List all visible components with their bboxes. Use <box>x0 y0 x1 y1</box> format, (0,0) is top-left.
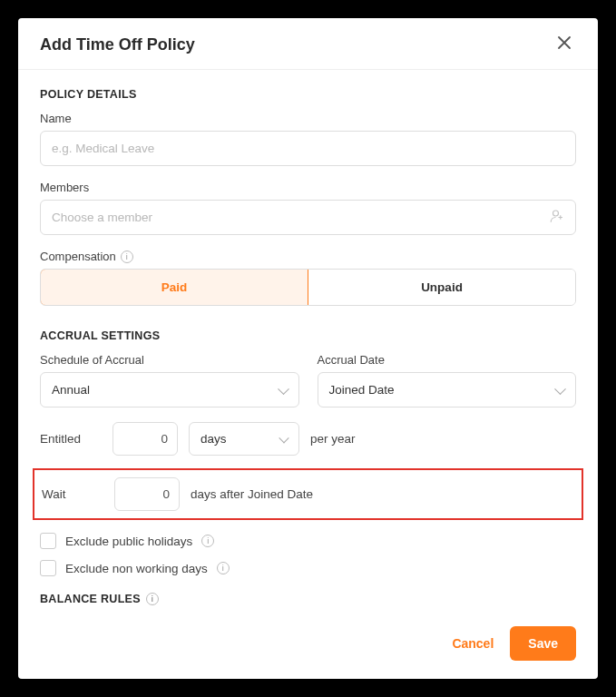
compensation-label: Compensation i <box>40 250 576 263</box>
entitled-unit-select[interactable]: days <box>189 422 299 456</box>
entitled-suffix: per year <box>310 432 356 446</box>
members-label: Members <box>40 181 576 194</box>
info-icon[interactable]: i <box>217 562 230 574</box>
modal-title: Add Time Off Policy <box>40 35 195 54</box>
unpaid-segment[interactable]: Unpaid <box>308 270 575 305</box>
schedule-select[interactable]: Annual <box>40 372 299 407</box>
accrual-row: Schedule of Accrual Annual Accrual Date … <box>40 353 576 407</box>
wait-highlight: Wait days after Joined Date <box>33 468 583 520</box>
members-field: Members <box>40 181 576 235</box>
info-icon[interactable]: i <box>146 593 159 605</box>
exclude-nonworking-label: Exclude non working days <box>65 562 208 575</box>
modal-body: POLICY DETAILS Name Members Compensation… <box>18 70 598 610</box>
accrual-date-label: Accrual Date <box>318 353 577 367</box>
compensation-toggle: Paid Unpaid <box>40 269 576 306</box>
entitled-input[interactable] <box>112 422 178 456</box>
policy-details-title: POLICY DETAILS <box>40 88 576 101</box>
add-time-off-modal: Add Time Off Policy POLICY DETAILS Name … <box>18 18 598 679</box>
exclude-nonworking-checkbox[interactable] <box>40 560 56 576</box>
modal-footer: Cancel Save <box>18 610 598 679</box>
exclude-nonworking-row: Exclude non working days i <box>40 560 576 576</box>
info-icon[interactable]: i <box>121 250 133 263</box>
exclude-holidays-label: Exclude public holidays <box>65 535 192 548</box>
entitled-row: Entitled days per year <box>40 422 576 456</box>
save-button[interactable]: Save <box>510 626 576 661</box>
schedule-label: Schedule of Accrual <box>40 353 299 367</box>
balance-rules-title: BALANCE RULES i <box>40 593 576 605</box>
entitled-label: Entitled <box>40 432 102 446</box>
close-icon[interactable] <box>552 34 576 54</box>
modal-header: Add Time Off Policy <box>18 18 598 70</box>
paid-segment[interactable]: Paid <box>40 269 308 306</box>
members-input[interactable] <box>40 200 576 235</box>
add-member-icon[interactable] <box>549 208 565 228</box>
wait-suffix: days after Joined Date <box>191 487 313 501</box>
name-field: Name <box>40 112 576 166</box>
accrual-date-select[interactable]: Joined Date <box>318 372 577 407</box>
accrual-settings-title: ACCRUAL SETTINGS <box>40 329 576 342</box>
cancel-button[interactable]: Cancel <box>452 636 494 651</box>
exclude-holidays-row: Exclude public holidays i <box>40 533 576 549</box>
name-input[interactable] <box>40 131 576 166</box>
wait-input[interactable] <box>114 477 180 511</box>
wait-label: Wait <box>42 487 103 501</box>
exclude-holidays-checkbox[interactable] <box>40 533 56 549</box>
wait-row: Wait days after Joined Date <box>40 477 576 511</box>
info-icon[interactable]: i <box>201 535 214 547</box>
name-label: Name <box>40 112 576 125</box>
svg-point-0 <box>553 211 559 216</box>
